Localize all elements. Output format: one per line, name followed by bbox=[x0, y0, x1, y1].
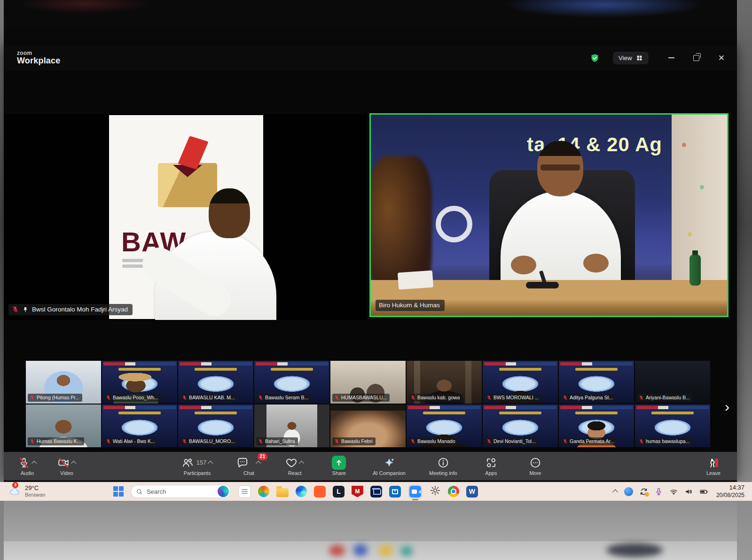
participant-tile[interactable]: Aditya Palguna St... bbox=[559, 361, 634, 404]
participant-tile[interactable]: Bahari_Sultra bbox=[254, 404, 329, 447]
participants-button[interactable]: 157 Participants bbox=[181, 456, 213, 476]
ai-companion-label: AI Companion bbox=[373, 470, 406, 476]
restore-button[interactable] bbox=[693, 55, 699, 61]
chat-unread-badge: 21 bbox=[258, 453, 268, 460]
participant-tile[interactable]: BWS MOROWALI ... bbox=[483, 361, 558, 404]
video-options-chevron[interactable] bbox=[71, 460, 76, 466]
leave-button[interactable]: Leave bbox=[703, 456, 724, 476]
background-top-blur bbox=[0, 0, 752, 45]
copilot-icon[interactable] bbox=[258, 486, 269, 497]
minimize-button[interactable] bbox=[668, 57, 674, 58]
battery-icon[interactable] bbox=[699, 487, 708, 496]
participant-name: Aditya Palguna St... bbox=[570, 395, 613, 400]
banner-ring-logo bbox=[436, 206, 472, 242]
participant-tile[interactable]: Ariyani-Bawaslu B... bbox=[635, 361, 710, 404]
participant-tile[interactable]: humas bawaslupa... bbox=[635, 404, 710, 447]
mcafee-icon[interactable]: M bbox=[352, 486, 363, 498]
next-participants-button[interactable]: › bbox=[720, 397, 734, 417]
participant-name-label: HUMASBAWASLU... bbox=[332, 394, 390, 402]
notepad-icon[interactable] bbox=[238, 485, 251, 498]
video-tile-active-speaker[interactable]: ta, 14 & 20 Ag Biro Hukum & Humas bbox=[369, 113, 728, 317]
participant-tile[interactable]: Bawaslu Manado bbox=[407, 404, 482, 447]
participant-tile[interactable]: Bawaslu Seram B... bbox=[254, 361, 329, 404]
blur-blob bbox=[606, 543, 663, 557]
close-button[interactable]: ✕ bbox=[718, 54, 725, 62]
m365-icon[interactable] bbox=[314, 486, 326, 498]
view-button[interactable]: View bbox=[613, 52, 649, 64]
chat-button[interactable]: 21 Chat bbox=[236, 456, 261, 476]
participant-tile[interactable]: Ganda Permata Ar... bbox=[559, 404, 634, 447]
outlook-icon[interactable] bbox=[389, 486, 401, 498]
participant-tile[interactable]: Bawaslu Febri bbox=[330, 404, 406, 447]
participants-chevron[interactable] bbox=[208, 460, 213, 466]
participant-tile[interactable]: HUMASBAWASLU... bbox=[330, 361, 406, 404]
search-highlights-icon[interactable] bbox=[218, 486, 229, 497]
search-box[interactable]: Search bbox=[131, 485, 231, 498]
share-button[interactable]: Share bbox=[329, 456, 349, 476]
participant-tile[interactable]: Bawaslu Poso_Wh... bbox=[102, 361, 177, 404]
participant-name-label: Ariyani-Bawaslu B... bbox=[637, 394, 693, 402]
volume-icon[interactable] bbox=[684, 487, 693, 496]
speaker-name: Biro Hukum & Humas bbox=[379, 302, 440, 309]
wifi-icon[interactable] bbox=[669, 487, 678, 496]
more-button[interactable]: More bbox=[525, 456, 546, 476]
participant-tile[interactable]: BAWASLU KAB. M... bbox=[178, 361, 253, 404]
tray-blue-app-icon[interactable] bbox=[624, 487, 633, 496]
file-explorer-icon[interactable] bbox=[276, 488, 289, 497]
clock-time: 14:37 bbox=[729, 484, 744, 491]
audio-button[interactable]: Audio bbox=[17, 456, 38, 476]
chrome-icon[interactable] bbox=[448, 486, 459, 497]
zoom-app-icon[interactable] bbox=[409, 486, 421, 498]
zoom-app-active[interactable] bbox=[408, 484, 423, 499]
participant-name-label: Bawaslu kab. gowa bbox=[408, 394, 462, 402]
security-shield-icon[interactable] bbox=[590, 53, 600, 63]
apps-button[interactable]: Apps bbox=[481, 456, 501, 476]
react-chevron[interactable] bbox=[299, 460, 304, 466]
chat-chevron[interactable] bbox=[256, 460, 261, 466]
participant-tile[interactable]: Humas Bawaslu K... bbox=[26, 404, 101, 447]
wall-decor bbox=[700, 185, 704, 189]
muted-mic-icon bbox=[106, 439, 111, 444]
start-button[interactable] bbox=[113, 486, 124, 497]
sync-status-icon[interactable] bbox=[639, 487, 648, 496]
wall-decor bbox=[688, 232, 692, 236]
taskbar-weather-widget[interactable]: 3 29°C Berawan bbox=[8, 484, 45, 498]
participants-label: Participants bbox=[184, 470, 211, 476]
chat-icon bbox=[236, 457, 249, 469]
participant-name: Devi Novianti_Tol... bbox=[494, 438, 536, 444]
participants-icon bbox=[181, 457, 194, 469]
participant-name: humas bawaslupa... bbox=[646, 438, 689, 444]
desk-microphone-base bbox=[526, 282, 559, 288]
muted-mic-icon bbox=[106, 395, 111, 400]
dropbox-icon[interactable] bbox=[370, 486, 382, 498]
participant-head bbox=[209, 188, 250, 238]
edge-icon[interactable] bbox=[296, 486, 307, 497]
search-icon bbox=[136, 488, 143, 495]
settings-icon[interactable] bbox=[430, 485, 441, 498]
taskbar-clock[interactable]: 14:37 20/08/2025 bbox=[716, 484, 744, 498]
word-icon[interactable]: W bbox=[466, 486, 478, 498]
meeting-info-button[interactable]: Meeting info bbox=[429, 456, 457, 476]
video-tile-pinned[interactable]: BAW Bwsl Gorontalo Moh Fadjri Arsyad bbox=[4, 114, 367, 320]
water-bottle bbox=[689, 255, 701, 286]
video-button[interactable]: Video bbox=[56, 456, 77, 476]
screenshot-root: zoom Workplace View ✕ bbox=[0, 0, 752, 560]
tray-expand-chevron[interactable] bbox=[612, 489, 619, 495]
participant-tile[interactable]: BAWASLU_MORO... bbox=[178, 404, 253, 447]
ai-companion-button[interactable]: AI Companion bbox=[373, 456, 406, 476]
tray-mic-icon[interactable] bbox=[654, 487, 663, 496]
participant-name-label: Devi Novianti_Tol... bbox=[485, 437, 539, 445]
participant-tile[interactable]: Devi Novianti_Tol... bbox=[483, 404, 558, 447]
participant-name-label: BAWASLU KAB. M... bbox=[180, 394, 238, 402]
audio-label: Audio bbox=[21, 470, 34, 476]
audio-options-chevron[interactable] bbox=[31, 460, 37, 466]
participant-tile[interactable]: Bawaslu kab. gowa bbox=[407, 361, 482, 404]
l-app-icon[interactable]: L bbox=[333, 486, 345, 498]
share-screen-icon bbox=[332, 456, 346, 470]
participant-tile[interactable]: Wati Alwi - Bws K... bbox=[102, 404, 177, 447]
participant-strip-row-2: Humas Bawaslu K... Wati Alwi - Bws K... … bbox=[26, 404, 710, 447]
react-label: React bbox=[288, 470, 302, 476]
react-button[interactable]: React bbox=[284, 456, 305, 476]
participant-tile[interactable]: Pitong (Humas Pr... bbox=[26, 361, 101, 404]
video-label: Video bbox=[60, 470, 73, 476]
